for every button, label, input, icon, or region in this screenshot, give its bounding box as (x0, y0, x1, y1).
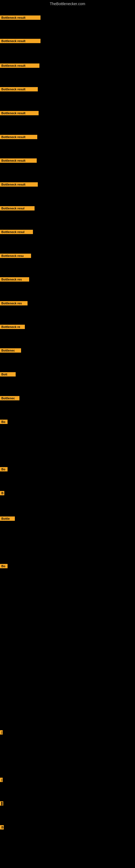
bottleneck-badge-b24: Bo (0, 564, 8, 568)
bottleneck-badge-b4: Bottleneck result (0, 87, 38, 91)
bottleneck-badge-b35: B (0, 825, 4, 830)
bottleneck-badge-b34: ▌ (0, 801, 3, 806)
bottleneck-badge-b33: | (0, 778, 3, 782)
bottleneck-badge-b9: Bottleneck resul (0, 206, 35, 211)
bottleneck-badge-b17: Bottlenec (0, 396, 19, 400)
bottleneck-badge-b10: Bottleneck resul (0, 230, 33, 234)
bottleneck-badge-b20: Bo (0, 467, 8, 471)
bottleneck-badge-b1: Bottleneck result (0, 16, 41, 20)
bottleneck-badge-b18: Bo (0, 420, 8, 424)
bottleneck-badge-b31: | (0, 730, 3, 735)
bottleneck-badge-b14: Bottleneck re (0, 325, 25, 329)
site-title: TheBottlenecker.com (0, 0, 135, 8)
bottleneck-badge-b22: Bottle (0, 517, 15, 521)
bottleneck-badge-b2: Bottleneck result (0, 39, 41, 43)
bottleneck-badge-b12: Bottleneck res (0, 277, 29, 282)
bottleneck-badge-b5: Bottleneck result (0, 111, 39, 115)
bottleneck-badge-b3: Bottleneck result (0, 63, 39, 68)
bottleneck-badge-b16: Bott (0, 372, 16, 376)
bottleneck-badge-b11: Bottleneck resu (0, 254, 31, 258)
bottleneck-badge-b6: Bottleneck result (0, 135, 37, 139)
bottleneck-badge-b13: Bottleneck res (0, 301, 28, 305)
bottleneck-badge-b15: Bottlenec (0, 348, 21, 352)
bottleneck-badge-b7: Bottleneck result (0, 158, 37, 163)
bottleneck-badge-b8: Bottleneck result (0, 182, 38, 187)
bottleneck-badge-b21: B (0, 491, 4, 495)
